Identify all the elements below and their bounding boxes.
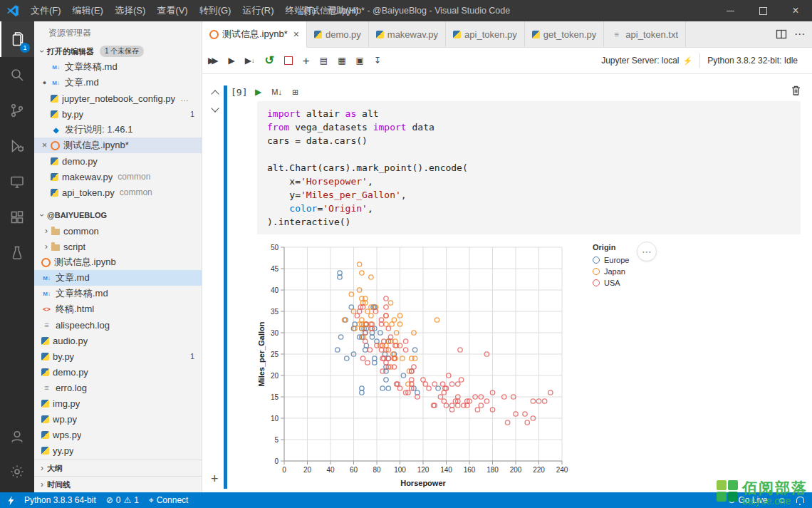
code-line[interactable]: import altair as alt	[267, 107, 791, 120]
run-cell-button[interactable]: ▶	[255, 87, 261, 97]
file-name: 发行说明: 1.46.1	[65, 123, 132, 136]
file-item[interactable]: yy.py	[34, 442, 202, 458]
close-icon[interactable]: ×	[38, 140, 51, 150]
file-item[interactable]: M↓文章终稿.md	[34, 286, 202, 301]
menubar-item[interactable]: 运行(R)	[236, 0, 279, 21]
collapse-down-icon[interactable]	[211, 104, 219, 112]
kernel-selector[interactable]: Python 3.8.2 32-bit: Idle	[700, 52, 805, 69]
split-editor-icon[interactable]	[776, 28, 787, 40]
legend-item[interactable]: USA	[593, 277, 629, 289]
code-line[interactable]: x='Horsepower',	[267, 175, 791, 188]
menubar-item[interactable]: 查看(V)	[151, 0, 193, 21]
workspace-header[interactable]: › @BAIYUEBLOG	[34, 207, 202, 223]
activity-search[interactable]	[0, 57, 34, 93]
code-line[interactable]	[267, 147, 791, 161]
activity-accounts[interactable]	[0, 418, 34, 454]
file-item[interactable]: <>终稿.html	[34, 301, 202, 317]
run-all-cells-button[interactable]: ▶▶	[208, 56, 218, 65]
jupyter-server-status[interactable]: Jupyter Server: local ⚡	[594, 52, 699, 69]
open-editor-item[interactable]: api_token.pycommon	[34, 185, 202, 200]
variables-button[interactable]: ▤	[320, 56, 328, 65]
code-line[interactable]: cars = data.cars()	[267, 134, 791, 147]
menubar-item[interactable]: 选择(S)	[109, 0, 151, 21]
python-interpreter[interactable]: Python 3.8.3 64-bit	[19, 492, 101, 508]
code-line[interactable]: alt.Chart(cars).mark_point().encode(	[267, 161, 791, 175]
open-editor-item[interactable]: jupyter_notebook_config.py…	[34, 90, 202, 106]
open-editor-item[interactable]: by.py1	[34, 106, 202, 122]
open-editor-item[interactable]: ●M↓文章.md	[34, 75, 202, 90]
editor-tab[interactable]: api_token.py	[446, 21, 525, 47]
collapse-up-icon[interactable]	[211, 90, 219, 98]
folder-item[interactable]: ›common	[34, 223, 202, 239]
code-line[interactable]: ).interactive()	[267, 215, 791, 229]
code-line[interactable]: from vega_datasets import data	[267, 120, 791, 134]
close-icon[interactable]: ×	[293, 28, 299, 40]
close-button[interactable]: ×	[779, 0, 812, 21]
chart-more-button[interactable]: ⋯	[637, 242, 657, 261]
minimize-button[interactable]	[714, 0, 746, 21]
menubar-item[interactable]: 文件(F)	[25, 0, 67, 21]
menubar-item[interactable]: 转到(G)	[194, 0, 237, 21]
interrupt-kernel-button[interactable]	[284, 56, 293, 65]
file-item[interactable]: demo.py	[34, 364, 202, 380]
add-cell-button[interactable]: +	[303, 55, 310, 67]
activity-test-explorer[interactable]	[0, 235, 34, 271]
folder-item[interactable]: ›script	[34, 239, 202, 254]
editor-tab[interactable]: ≡api_token.txt	[604, 21, 686, 47]
add-cell-bottom-button[interactable]: +	[211, 472, 219, 487]
activity-extensions[interactable]	[0, 199, 34, 235]
insert-cell-icon[interactable]: ⊞	[292, 88, 298, 97]
editor-tab[interactable]: 测试信息.ipynb*×	[202, 21, 307, 48]
activity-run-debug[interactable]	[0, 128, 34, 164]
run-cells-button[interactable]: ▶	[228, 56, 234, 65]
data-viewer-button[interactable]: ▦	[338, 56, 345, 65]
menubar-item[interactable]: 编辑(E)	[67, 0, 109, 21]
file-item[interactable]: 测试信息.ipynb	[34, 254, 202, 270]
timeline-section[interactable]: › 时间线	[34, 476, 202, 492]
open-editor-item[interactable]: makewav.pycommon	[34, 169, 202, 185]
open-editor-item[interactable]: ◆发行说明: 1.46.1	[34, 122, 202, 138]
outline-section[interactable]: › 大纲	[34, 460, 202, 476]
trash-icon	[791, 85, 801, 95]
delete-cell-button[interactable]	[791, 85, 801, 98]
open-editor-item[interactable]: demo.py	[34, 153, 202, 169]
restart-kernel-button[interactable]: ↺	[264, 55, 274, 66]
file-item[interactable]: by.py1	[34, 348, 202, 364]
scatter-chart[interactable]: 0204060801001201401601802002202400510152…	[257, 242, 574, 489]
activity-explorer[interactable]: 1	[0, 21, 34, 57]
activity-source-control[interactable]	[0, 93, 34, 128]
code-line[interactable]: color='Origin',	[267, 202, 791, 215]
save-button[interactable]: ▣	[355, 56, 363, 65]
run-below-button[interactable]: ▶↓	[245, 56, 255, 65]
to-markdown-button[interactable]: M↓	[271, 88, 282, 96]
maximize-button[interactable]	[746, 0, 779, 21]
file-item[interactable]: M↓文章.md	[34, 270, 202, 286]
file-item[interactable]: img.py	[34, 395, 202, 411]
file-name: by.py	[53, 351, 74, 362]
editor-tab[interactable]: get_token.py	[525, 21, 604, 47]
code-line[interactable]: y='Miles_per_Gallon',	[267, 188, 791, 202]
file-item[interactable]: ≡alispeech.log	[34, 317, 202, 333]
legend-item[interactable]: Europe	[593, 254, 629, 266]
editor-tab[interactable]: demo.py	[307, 21, 369, 47]
open-editor-item[interactable]: M↓文章终稿.md	[34, 59, 202, 75]
export-button[interactable]: ↧	[374, 56, 381, 65]
file-item[interactable]: wp.py	[34, 411, 202, 427]
legend-item[interactable]: Japan	[593, 266, 629, 277]
more-actions-icon[interactable]: ⋯	[794, 28, 805, 41]
file-item[interactable]: ≡erro.log	[34, 380, 202, 395]
file-item[interactable]: audio.py	[34, 333, 202, 348]
active-cell-indicator[interactable]	[224, 85, 227, 489]
status-flash-icon[interactable]	[3, 492, 19, 508]
activity-settings[interactable]	[0, 454, 34, 489]
menubar-item[interactable]: 帮助(H)	[321, 0, 364, 21]
editor-tab[interactable]: makewav.py	[369, 21, 446, 47]
activity-remote-explorer[interactable]	[0, 164, 34, 199]
cell-code[interactable]: import altair as altfrom vega_datasets i…	[257, 101, 801, 234]
problems-status[interactable]: ⊘ 0 ⚠ 1	[101, 492, 144, 508]
open-editors-header[interactable]: › 打开的编辑器 1 个未保存	[34, 43, 202, 59]
file-item[interactable]: wps.py	[34, 427, 202, 442]
menubar-item[interactable]: 终端(T)	[279, 0, 321, 21]
open-editor-item[interactable]: ×测试信息.ipynb*	[34, 138, 202, 153]
connect-status[interactable]: ⌖ Connect	[144, 492, 193, 508]
